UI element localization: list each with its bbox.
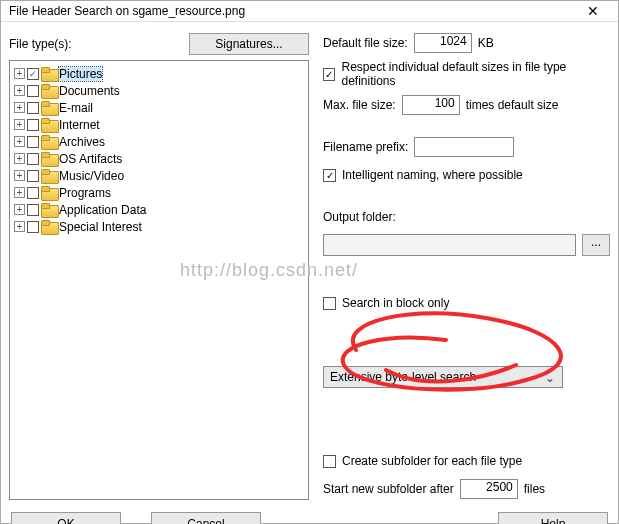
output-folder-label: Output folder: <box>323 210 396 224</box>
prefix-input[interactable] <box>414 137 514 157</box>
checkbox[interactable] <box>27 136 39 148</box>
browse-button[interactable]: ... <box>582 234 610 256</box>
new-subfolder-unit: files <box>524 482 545 496</box>
checkbox[interactable] <box>27 85 39 97</box>
tree-item-special-interest[interactable]: +Special Interest <box>12 218 306 235</box>
expand-icon[interactable]: + <box>14 85 25 96</box>
max-size-input[interactable]: 100 <box>402 95 460 115</box>
file-types-label: File type(s): <box>9 37 189 51</box>
respect-individual-label: Respect individual default sizes in file… <box>341 60 610 88</box>
cancel-button[interactable]: Cancel <box>151 512 261 524</box>
max-size-suffix: times default size <box>466 98 559 112</box>
folder-icon <box>41 187 57 199</box>
window-title: File Header Search on sgame_resource.png <box>9 4 576 18</box>
folder-icon <box>41 170 57 182</box>
prefix-label: Filename prefix: <box>323 140 408 154</box>
expand-icon[interactable]: + <box>14 221 25 232</box>
create-subfolder-label: Create subfolder for each file type <box>342 454 522 468</box>
max-size-label: Max. file size: <box>323 98 396 112</box>
signatures-button[interactable]: Signatures... <box>189 33 309 55</box>
folder-icon <box>41 221 57 233</box>
expand-icon[interactable]: + <box>14 136 25 147</box>
checkbox[interactable] <box>27 119 39 131</box>
checkbox[interactable] <box>27 153 39 165</box>
folder-icon <box>41 68 57 80</box>
checkbox[interactable] <box>27 187 39 199</box>
tree-item-label: Internet <box>59 118 100 132</box>
help-button[interactable]: Help <box>498 512 608 524</box>
tree-item-pictures[interactable]: +✓Pictures <box>12 65 306 82</box>
new-subfolder-input[interactable]: 2500 <box>460 479 518 499</box>
left-header: File type(s): Signatures... <box>9 32 309 56</box>
tree-item-label: Special Interest <box>59 220 142 234</box>
search-block-label: Search in block only <box>342 296 449 310</box>
default-size-unit: KB <box>478 36 494 50</box>
dialog-buttons: OK Cancel Help <box>1 506 618 524</box>
folder-icon <box>41 85 57 97</box>
folder-icon <box>41 102 57 114</box>
default-size-label: Default file size: <box>323 36 408 50</box>
tree-item-label: Archives <box>59 135 105 149</box>
tree-item-label: Programs <box>59 186 111 200</box>
tree-item-archives[interactable]: +Archives <box>12 133 306 150</box>
respect-individual-checkbox[interactable]: ✓ <box>323 68 335 81</box>
expand-icon[interactable]: + <box>14 153 25 164</box>
expand-icon[interactable]: + <box>14 170 25 181</box>
dialog-window: File Header Search on sgame_resource.png… <box>0 0 619 524</box>
right-panel: Default file size: 1024 KB ✓ Respect ind… <box>317 32 610 500</box>
tree-item-documents[interactable]: +Documents <box>12 82 306 99</box>
tree-item-music-video[interactable]: +Music/Video <box>12 167 306 184</box>
output-folder-input[interactable] <box>323 234 576 256</box>
create-subfolder-checkbox[interactable] <box>323 455 336 468</box>
tree-item-label: E-mail <box>59 101 93 115</box>
tree-item-label: OS Artifacts <box>59 152 122 166</box>
new-subfolder-label: Start new subfolder after <box>323 482 454 496</box>
folder-icon <box>41 136 57 148</box>
checkbox[interactable] <box>27 221 39 233</box>
file-type-tree[interactable]: +✓Pictures+Documents+E-mail+Internet+Arc… <box>9 60 309 500</box>
dialog-body: File type(s): Signatures... +✓Pictures+D… <box>1 22 618 506</box>
checkbox[interactable] <box>27 102 39 114</box>
chevron-down-icon: ⌄ <box>542 370 558 386</box>
default-size-input[interactable]: 1024 <box>414 33 472 53</box>
close-icon[interactable]: ✕ <box>576 1 610 21</box>
intelligent-naming-label: Intelligent naming, where possible <box>342 168 523 182</box>
tree-item-programs[interactable]: +Programs <box>12 184 306 201</box>
folder-icon <box>41 119 57 131</box>
expand-icon[interactable]: + <box>14 68 25 79</box>
intelligent-naming-checkbox[interactable]: ✓ <box>323 169 336 182</box>
checkbox[interactable]: ✓ <box>27 68 39 80</box>
ok-button[interactable]: OK <box>11 512 121 524</box>
checkbox[interactable] <box>27 204 39 216</box>
search-mode-dropdown[interactable]: Extensive byte-level search ⌄ <box>323 366 563 388</box>
expand-icon[interactable]: + <box>14 187 25 198</box>
expand-icon[interactable]: + <box>14 102 25 113</box>
tree-item-application-data[interactable]: +Application Data <box>12 201 306 218</box>
tree-item-label: Pictures <box>59 67 102 81</box>
tree-item-e-mail[interactable]: +E-mail <box>12 99 306 116</box>
search-block-checkbox[interactable] <box>323 297 336 310</box>
left-panel: File type(s): Signatures... +✓Pictures+D… <box>9 32 309 500</box>
folder-icon <box>41 204 57 216</box>
tree-item-label: Music/Video <box>59 169 124 183</box>
tree-item-label: Documents <box>59 84 120 98</box>
expand-icon[interactable]: + <box>14 119 25 130</box>
tree-item-os-artifacts[interactable]: +OS Artifacts <box>12 150 306 167</box>
tree-item-internet[interactable]: +Internet <box>12 116 306 133</box>
checkbox[interactable] <box>27 170 39 182</box>
folder-icon <box>41 153 57 165</box>
titlebar: File Header Search on sgame_resource.png… <box>1 1 618 22</box>
tree-item-label: Application Data <box>59 203 146 217</box>
expand-icon[interactable]: + <box>14 204 25 215</box>
search-mode-value: Extensive byte-level search <box>330 370 476 384</box>
